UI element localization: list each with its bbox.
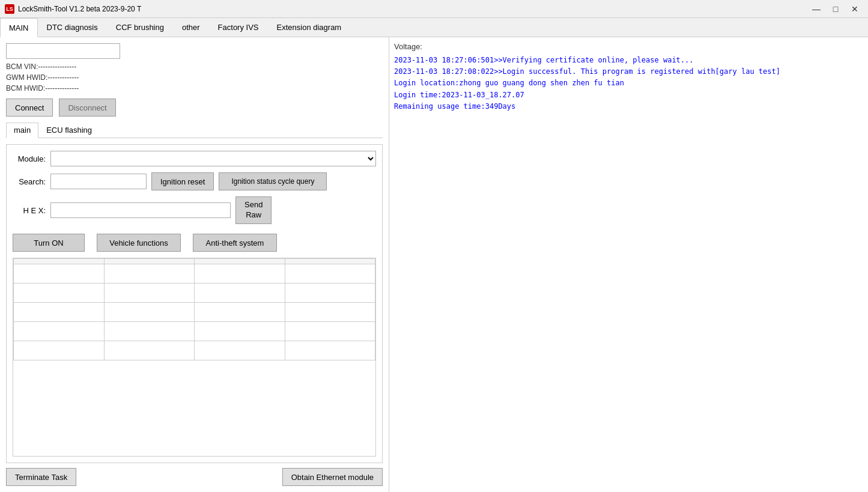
log-area: 2023-11-03 18:27:06:501>>Verifying certi…	[394, 55, 863, 112]
table-cell	[285, 264, 375, 284]
anti-theft-button[interactable]: Anti-theft system	[193, 234, 277, 252]
log-line: Login location:zhong guo guang dong shen…	[394, 77, 863, 89]
table-cell	[285, 303, 375, 322]
module-table-container	[13, 258, 376, 457]
search-label: Search:	[13, 177, 46, 186]
tab-other[interactable]: other	[173, 18, 209, 37]
vin-input-row	[6, 43, 383, 59]
log-line: Remaining usage time:349Days	[394, 101, 863, 112]
module-row: Module:	[13, 151, 376, 166]
hex-row: H E X: Send Raw	[13, 196, 376, 224]
tab-extension[interactable]: Extension diagram	[268, 18, 351, 37]
form-area: Module: Search: Ignition reset Ignition …	[6, 144, 383, 463]
table-cell	[14, 284, 105, 303]
table-cell	[104, 341, 195, 360]
col-module	[14, 259, 105, 264]
search-input[interactable]	[50, 174, 147, 189]
subtab-main[interactable]: main	[6, 123, 38, 138]
table-cell	[14, 322, 105, 341]
bcm-hwid-label: BCM HWID:--------------	[6, 84, 383, 93]
connect-button[interactable]: Connect	[6, 99, 53, 117]
action-buttons: Turn ON Vehicle functions Anti-theft sys…	[13, 234, 376, 252]
table-cell	[195, 264, 285, 284]
module-dropdown[interactable]	[50, 151, 376, 166]
table-cell	[285, 322, 375, 341]
table-row	[14, 322, 375, 341]
table-cell	[195, 322, 285, 341]
table-row	[14, 264, 375, 284]
app-title: LockSmith-Tool V1.2 beta 2023-9-20 T	[18, 5, 141, 13]
module-label: Module:	[13, 154, 46, 163]
table-cell	[195, 303, 285, 322]
subtab-ecu[interactable]: ECU flashing	[38, 123, 100, 138]
minimize-button[interactable]: —	[808, 2, 825, 16]
turn-on-button[interactable]: Turn ON	[13, 234, 85, 252]
tab-main[interactable]: MAIN	[0, 18, 38, 37]
table-row	[14, 303, 375, 322]
close-button[interactable]: ✕	[846, 2, 863, 16]
table-row	[14, 284, 375, 303]
ignition-status-button[interactable]: Ignition status cycle query	[219, 172, 327, 190]
obtain-ethernet-button[interactable]: Obtain Ethernet module	[282, 468, 383, 486]
tab-dtc[interactable]: DTC diagnosis	[38, 18, 107, 37]
log-line: Login time:2023-11-03_18.27.07	[394, 90, 863, 101]
table-cell	[195, 341, 285, 360]
table-cell	[104, 303, 195, 322]
vin-section: BCM VIN:---------------- GWM HWID:------…	[6, 62, 383, 93]
bcm-vin-label: BCM VIN:----------------	[6, 62, 383, 71]
tab-factory[interactable]: Factory IVS	[209, 18, 268, 37]
maximize-button[interactable]: □	[827, 2, 844, 16]
app-icon: LS	[5, 4, 14, 14]
table-cell	[14, 303, 105, 322]
col-ip	[195, 259, 285, 264]
tab-ccf[interactable]: CCF brushing	[107, 18, 173, 37]
table-cell	[14, 341, 105, 360]
hex-label: H E X:	[13, 206, 46, 215]
table-cell	[104, 264, 195, 284]
table-cell	[104, 284, 195, 303]
search-row: Search: Ignition reset Ignition status c…	[13, 172, 376, 190]
gwm-hwid-label: GWM HWID:-------------	[6, 73, 383, 82]
window-controls: — □ ✕	[808, 2, 863, 16]
table-cell	[195, 284, 285, 303]
main-area: BCM VIN:---------------- GWM HWID:------…	[0, 37, 868, 492]
vin-input[interactable]	[6, 43, 120, 59]
right-panel: Voltage: 2023-11-03 18:27:06:501>>Verify…	[389, 37, 868, 492]
hex-input[interactable]	[50, 202, 231, 218]
title-bar: LS LockSmith-Tool V1.2 beta 2023-9-20 T …	[0, 0, 868, 18]
voltage-row: Voltage:	[394, 42, 863, 51]
table-cell	[285, 341, 375, 360]
table-cell	[104, 322, 195, 341]
bottom-buttons: Terminate Task Obtain Ethernet module	[6, 463, 383, 486]
voltage-label: Voltage:	[394, 42, 422, 51]
col-vin	[285, 259, 375, 264]
module-table	[13, 258, 375, 360]
table-row	[14, 341, 375, 360]
menu-bar: MAIN DTC diagnosis CCF brushing other Fa…	[0, 18, 868, 37]
sub-tabs: main ECU flashing	[6, 123, 383, 138]
log-line: 2023-11-03 18:27:06:501>>Verifying certi…	[394, 55, 863, 66]
terminate-task-button[interactable]: Terminate Task	[6, 468, 76, 486]
connect-row: Connect Disconnect	[6, 99, 383, 117]
table-cell	[285, 284, 375, 303]
log-line: 2023-11-03 18:27:08:022>>Login successfu…	[394, 66, 863, 77]
send-raw-button[interactable]: Send Raw	[235, 196, 272, 224]
table-cell	[14, 264, 105, 284]
title-bar-left: LS LockSmith-Tool V1.2 beta 2023-9-20 T	[5, 4, 141, 14]
left-panel: BCM VIN:---------------- GWM HWID:------…	[0, 37, 389, 492]
ignition-reset-button[interactable]: Ignition reset	[151, 172, 214, 190]
vehicle-functions-button[interactable]: Vehicle functions	[97, 234, 181, 252]
col-module-id	[104, 259, 195, 264]
disconnect-button[interactable]: Disconnect	[59, 99, 115, 117]
